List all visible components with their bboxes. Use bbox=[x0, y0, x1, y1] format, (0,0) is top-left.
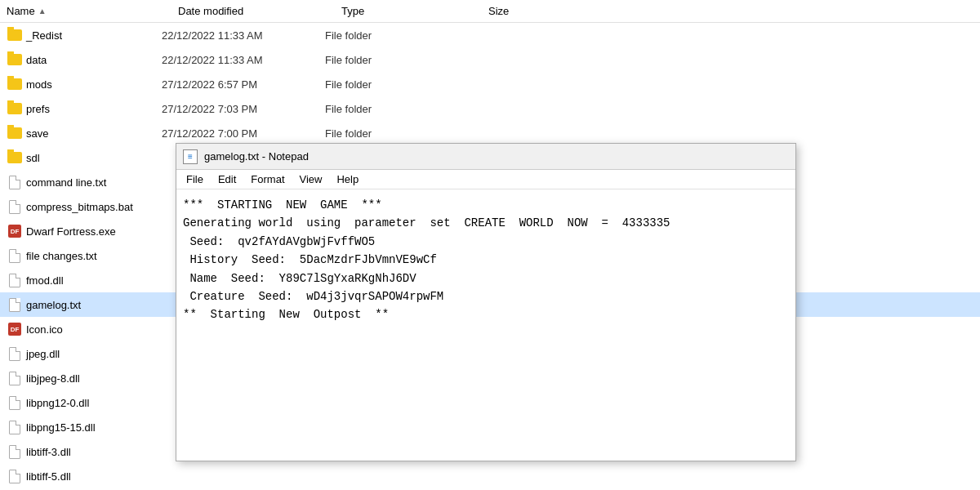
file-icon bbox=[7, 419, 23, 435]
file-name: data bbox=[7, 51, 162, 68]
notepad-title: gamelog.txt - Notepad bbox=[204, 150, 309, 163]
file-name: fmod.dll bbox=[7, 272, 162, 288]
notepad-menu-format[interactable]: Format bbox=[244, 172, 291, 187]
file-row[interactable]: _Redist 22/12/2022 11:33 AM File folder bbox=[0, 23, 980, 47]
file-type: File folder bbox=[325, 103, 472, 115]
file-name: compress_bitmaps.bat bbox=[7, 198, 162, 215]
folder-icon bbox=[7, 125, 23, 141]
folder-icon bbox=[7, 76, 23, 92]
file-row[interactable]: save 27/12/2022 7:00 PM File folder bbox=[0, 121, 980, 145]
col-size-header[interactable]: Size bbox=[488, 5, 570, 17]
file-name: gamelog.txt bbox=[7, 296, 162, 313]
sort-arrow-icon: ▲ bbox=[38, 7, 47, 16]
file-date: 22/12/2022 11:33 AM bbox=[162, 29, 325, 42]
file-icon bbox=[7, 468, 23, 484]
file-type: File folder bbox=[325, 54, 472, 66]
file-icon bbox=[7, 345, 23, 362]
file-date: 22/12/2022 11:33 AM bbox=[162, 54, 325, 66]
file-name: mods bbox=[7, 76, 162, 92]
file-type: File folder bbox=[325, 127, 472, 140]
file-row[interactable]: prefs 27/12/2022 7:03 PM File folder bbox=[0, 96, 980, 121]
notepad-app-icon bbox=[183, 149, 198, 164]
file-icon bbox=[7, 394, 23, 411]
file-type: File folder bbox=[325, 29, 472, 42]
column-headers: Name ▲ Date modified Type Size bbox=[0, 0, 980, 23]
folder-icon bbox=[7, 27, 23, 43]
file-name: DF Dwarf Fortress.exe bbox=[7, 223, 162, 239]
file-icon bbox=[7, 272, 23, 288]
col-date-header[interactable]: Date modified bbox=[178, 5, 341, 17]
file-name: libpng12-0.dll bbox=[7, 394, 162, 411]
folder-icon bbox=[7, 149, 23, 166]
file-icon bbox=[7, 198, 23, 215]
file-row[interactable]: data 22/12/2022 11:33 AM File folder bbox=[0, 47, 980, 72]
file-name: command line.txt bbox=[7, 174, 162, 190]
file-name: libtiff-3.dll bbox=[7, 443, 162, 460]
file-name: libtiff-5.dll bbox=[7, 468, 162, 484]
notepad-menu-help[interactable]: Help bbox=[330, 172, 365, 187]
file-name: sdl bbox=[7, 149, 162, 166]
file-icon bbox=[7, 443, 23, 460]
folder-icon bbox=[7, 51, 23, 68]
file-icon bbox=[7, 370, 23, 386]
file-date: 27/12/2022 7:00 PM bbox=[162, 127, 325, 140]
file-name: save bbox=[7, 125, 162, 141]
file-name: _Redist bbox=[7, 27, 162, 43]
file-name: DF Icon.ico bbox=[7, 321, 162, 337]
notepad-menu-edit[interactable]: Edit bbox=[212, 172, 243, 187]
file-type: File folder bbox=[325, 78, 472, 91]
notepad-titlebar: gamelog.txt - Notepad bbox=[176, 144, 795, 170]
col-name-header[interactable]: Name ▲ bbox=[7, 5, 178, 17]
file-icon bbox=[7, 174, 23, 190]
folder-icon bbox=[7, 100, 23, 117]
col-type-header[interactable]: Type bbox=[341, 5, 488, 17]
file-name: jpeg.dll bbox=[7, 345, 162, 362]
file-icon bbox=[7, 296, 23, 313]
file-date: 27/12/2022 7:03 PM bbox=[162, 103, 325, 115]
file-date: 27/12/2022 6:57 PM bbox=[162, 78, 325, 91]
notepad-content: *** STARTING NEW GAME *** Generating wor… bbox=[176, 189, 795, 461]
notepad-menu-file[interactable]: File bbox=[180, 172, 210, 187]
df-icon: DF bbox=[7, 223, 23, 239]
file-name: libjpeg-8.dll bbox=[7, 370, 162, 386]
file-row[interactable]: mods 27/12/2022 6:57 PM File folder bbox=[0, 72, 980, 96]
file-name: prefs bbox=[7, 100, 162, 117]
file-name: file changes.txt bbox=[7, 247, 162, 264]
notepad-window: gamelog.txt - Notepad File Edit Format V… bbox=[176, 143, 796, 461]
file-name: libpng15-15.dll bbox=[7, 419, 162, 435]
df-icon: DF bbox=[7, 321, 23, 337]
notepad-menu-view[interactable]: View bbox=[293, 172, 329, 187]
file-row[interactable]: libtiff-5.dll bbox=[0, 464, 980, 488]
file-icon bbox=[7, 247, 23, 264]
notepad-menubar: File Edit Format View Help bbox=[176, 170, 795, 189]
